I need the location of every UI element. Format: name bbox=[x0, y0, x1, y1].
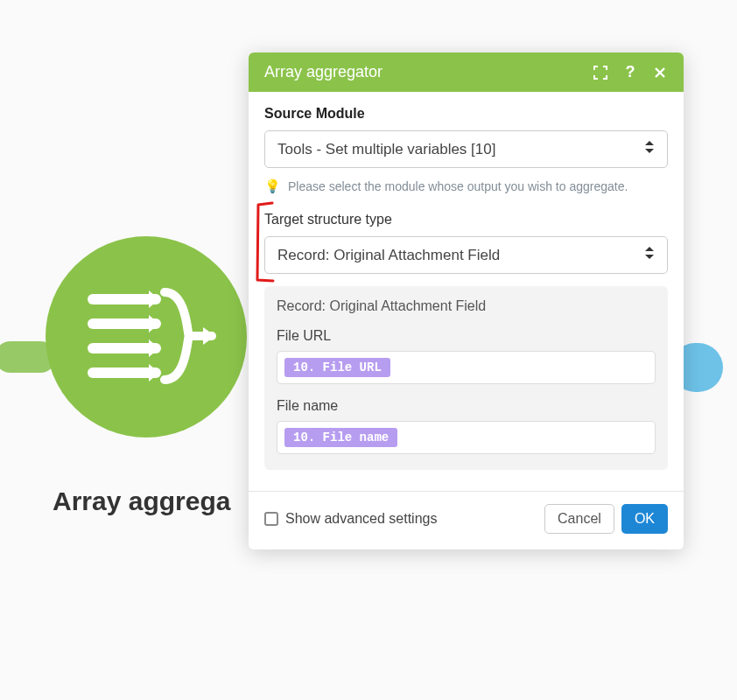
target-structure-value: Record: Original Attachment Field bbox=[277, 247, 500, 264]
dialog-title: Array aggregator bbox=[264, 63, 383, 81]
show-advanced-label: Show advanced settings bbox=[285, 511, 437, 527]
dialog-body: Source Module Tools - Set multiple varia… bbox=[249, 92, 684, 486]
field-label-file-url: File URL bbox=[277, 328, 656, 344]
aggregator-icon bbox=[72, 262, 221, 411]
array-aggregator-dialog: Array aggregator ? Source Module Tools -… bbox=[249, 52, 684, 550]
target-structure-label: Target structure type bbox=[264, 212, 668, 228]
mapping-panel-title: Record: Original Attachment Field bbox=[277, 298, 656, 314]
mapping-pill[interactable]: 10. File name bbox=[284, 428, 397, 447]
field-label-file-name: File name bbox=[277, 398, 656, 414]
source-module-label: Source Module bbox=[264, 106, 668, 122]
dialog-header-actions: ? bbox=[593, 65, 668, 80]
show-advanced-toggle[interactable]: Show advanced settings bbox=[264, 511, 437, 527]
source-module-value: Tools - Set multiple variables [10] bbox=[277, 141, 495, 158]
close-icon[interactable] bbox=[652, 65, 668, 80]
help-icon[interactable]: ? bbox=[622, 65, 638, 80]
module-circle bbox=[46, 236, 247, 438]
dialog-header: Array aggregator ? bbox=[249, 52, 684, 92]
mapping-panel: Record: Original Attachment Field File U… bbox=[264, 286, 668, 470]
lightbulb-icon: 💡 bbox=[264, 178, 281, 194]
module-name-label: Array aggrega bbox=[53, 486, 230, 516]
cancel-button[interactable]: Cancel bbox=[544, 504, 614, 534]
mapping-pill[interactable]: 10. File URL bbox=[284, 358, 390, 377]
target-structure-select[interactable]: Record: Original Attachment Field bbox=[264, 236, 668, 274]
chevron-updown-icon bbox=[644, 140, 655, 158]
svg-marker-8 bbox=[645, 149, 654, 153]
checkbox-icon[interactable] bbox=[264, 512, 278, 526]
dialog-footer: Show advanced settings Cancel OK bbox=[249, 491, 684, 550]
svg-marker-7 bbox=[645, 141, 654, 145]
target-structure-section: Target structure type Record: Original A… bbox=[264, 212, 668, 274]
svg-marker-10 bbox=[645, 255, 654, 259]
source-module-hint: 💡 Please select the module whose output … bbox=[264, 178, 668, 194]
source-module-select[interactable]: Tools - Set multiple variables [10] bbox=[264, 130, 668, 168]
file-url-input[interactable]: 10. File URL bbox=[277, 351, 656, 384]
footer-buttons: Cancel OK bbox=[544, 504, 668, 534]
ok-button[interactable]: OK bbox=[621, 504, 668, 534]
source-module-hint-text: Please select the module whose output yo… bbox=[288, 179, 628, 193]
svg-marker-9 bbox=[645, 247, 654, 251]
chevron-updown-icon bbox=[644, 246, 655, 264]
module-node[interactable] bbox=[0, 236, 263, 472]
expand-icon[interactable] bbox=[593, 65, 608, 80]
file-name-input[interactable]: 10. File name bbox=[277, 421, 656, 454]
